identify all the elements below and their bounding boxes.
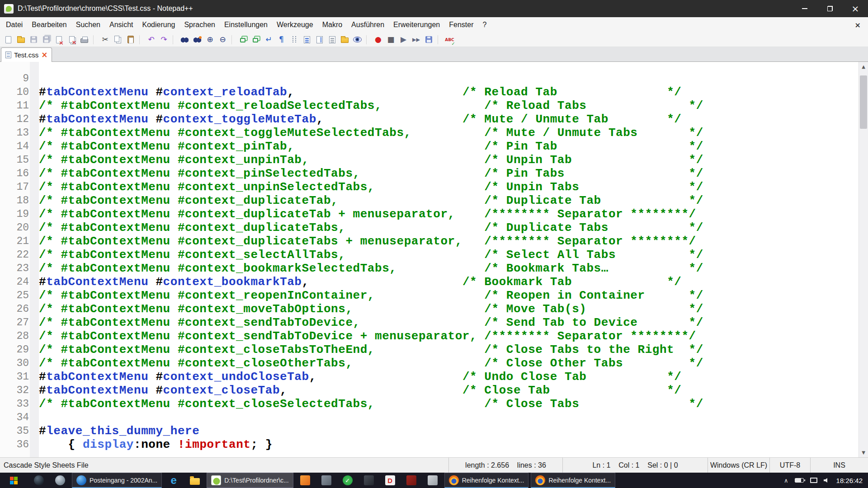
editor-line[interactable]: 10#tabContextMenu #context_reloadTab, /*… <box>0 85 859 99</box>
tray-expand-icon[interactable]: ∧ <box>784 477 788 484</box>
line-number[interactable]: 11 <box>0 99 29 113</box>
editor-line[interactable]: 30/* #tabContextMenu #context_closeOther… <box>0 357 859 370</box>
line-number[interactable]: 29 <box>0 343 29 357</box>
line-number[interactable]: 33 <box>0 397 29 411</box>
menu-item-suchen[interactable]: Suchen <box>71 17 105 33</box>
line-number[interactable]: 16 <box>0 167 29 180</box>
menubar-close-icon[interactable]: × <box>848 21 868 29</box>
play-macro-icon[interactable]: ▶ <box>397 34 410 46</box>
tab-close-icon[interactable]: × <box>41 51 47 59</box>
open-folder-icon[interactable] <box>15 34 27 46</box>
orange-app-icon-button[interactable] <box>296 473 315 488</box>
editor-line[interactable]: 9 <box>0 72 859 85</box>
green-check-app-icon-button[interactable] <box>338 473 357 488</box>
menu-item-erweiterungen[interactable]: Erweiterungen <box>389 17 444 33</box>
line-number[interactable]: 12 <box>0 113 29 126</box>
editor[interactable]: 910#tabContextMenu #context_reloadTab, /… <box>0 62 868 457</box>
thunderbird-window-button[interactable]: Posteingang - 2002An... <box>72 473 162 488</box>
line-number[interactable]: 22 <box>0 248 29 262</box>
save-macro-icon[interactable] <box>423 34 435 46</box>
editor-line[interactable]: 31#tabContextMenu #context_undoCloseTab,… <box>0 370 859 384</box>
status-encoding[interactable]: UTF-8 <box>770 458 811 473</box>
letter-d-app-icon-button[interactable]: D <box>381 473 400 488</box>
line-number[interactable]: 27 <box>0 316 29 329</box>
cut-icon[interactable]: ✂ <box>99 34 111 46</box>
menu-item-kodierung[interactable]: Kodierung <box>137 17 179 33</box>
volume-icon[interactable] <box>824 478 830 483</box>
line-number[interactable]: 28 <box>0 329 29 343</box>
line-number[interactable]: 36 <box>0 438 29 451</box>
firefox-window-button-2[interactable]: Reihenfolge Kontext... <box>531 473 615 488</box>
line-number[interactable]: 23 <box>0 262 29 275</box>
line-number[interactable]: 18 <box>0 194 29 207</box>
editor-line[interactable]: 12#tabContextMenu #context_toggleMuteTab… <box>0 113 859 126</box>
line-number[interactable]: 14 <box>0 140 29 153</box>
title-bar[interactable]: D:\Test\Profilordner\chrome\CSS\Test.css… <box>0 0 868 17</box>
scroll-up-icon[interactable]: ▲ <box>859 62 868 71</box>
word-wrap-icon[interactable]: ↵ <box>263 34 275 46</box>
save-all-icon[interactable] <box>40 34 52 46</box>
document-map-icon[interactable] <box>313 34 326 46</box>
print-icon[interactable] <box>78 34 90 46</box>
editor-line[interactable]: 22/* #tabContextMenu #context_selectAllT… <box>0 248 859 262</box>
line-number[interactable]: 24 <box>0 275 29 289</box>
battery-icon[interactable] <box>795 478 804 483</box>
editor-line[interactable]: 13/* #tabContextMenu #context_toggleMute… <box>0 126 859 140</box>
menu-item-datei[interactable]: Datei <box>1 17 27 33</box>
cortana-icon-button[interactable] <box>29 473 48 488</box>
vertical-scrollbar[interactable]: ▲ ▼ <box>859 62 868 457</box>
notepad-plus-plus-window-button[interactable]: D:\Test\Profilordner\c... <box>207 473 293 488</box>
folder-as-workspace-icon[interactable] <box>339 34 351 46</box>
menu-item-sprachen[interactable]: Sprachen <box>179 17 220 33</box>
line-number[interactable]: 17 <box>0 180 29 194</box>
editor-line[interactable]: 15/* #tabContextMenu #context_unpinTab, … <box>0 153 859 167</box>
network-icon[interactable] <box>810 478 817 483</box>
editor-line[interactable]: 24#tabContextMenu #context_bookmarkTab, … <box>0 275 859 289</box>
editor-line[interactable]: 18/* #tabContextMenu #context_duplicateT… <box>0 194 859 207</box>
paste-icon[interactable] <box>124 34 137 46</box>
line-number[interactable]: 35 <box>0 424 29 438</box>
line-number[interactable]: 10 <box>0 85 29 99</box>
editor-line[interactable]: 35#leave_this_dummy_here <box>0 424 859 438</box>
line-number[interactable]: 32 <box>0 384 29 397</box>
line-number[interactable]: 13 <box>0 126 29 140</box>
function-list-icon[interactable] <box>301 34 313 46</box>
gray-app-icon-button[interactable] <box>317 473 336 488</box>
firefox-window-button-1[interactable]: Reihenfolge Kontext... <box>444 473 529 488</box>
editor-line[interactable]: 34 <box>0 411 859 424</box>
zoom-in-icon[interactable]: ⊕ <box>204 34 216 46</box>
new-file-icon[interactable] <box>2 34 14 46</box>
stop-macro-icon[interactable]: ■ <box>385 34 397 46</box>
line-number[interactable]: 21 <box>0 235 29 248</box>
editor-line[interactable]: 19/* #tabContextMenu #context_duplicateT… <box>0 207 859 221</box>
editor-line[interactable]: 11/* #tabContextMenu #context_reloadSele… <box>0 99 859 113</box>
scroll-down-icon[interactable]: ▼ <box>859 448 868 457</box>
dark-app-icon-button[interactable] <box>359 473 378 488</box>
status-caret-position[interactable]: Ln : 1 Col : 1 Sel : 0 | 0 <box>563 458 708 473</box>
menu-item-help[interactable]: ? <box>478 17 491 33</box>
redo-icon[interactable]: ↷ <box>158 34 170 46</box>
editor-line[interactable]: 36 { display:none !important; } <box>0 438 859 451</box>
editor-line[interactable]: 33/* #tabContextMenu #context_closeSelec… <box>0 397 859 411</box>
editor-line[interactable]: 29/* #tabContextMenu #context_closeTabsT… <box>0 343 859 357</box>
line-number[interactable]: 20 <box>0 221 29 235</box>
monitoring-icon[interactable] <box>351 34 363 46</box>
restore-button[interactable] <box>817 0 843 17</box>
close-document-icon[interactable] <box>53 34 65 46</box>
run-macro-multiple-icon[interactable]: ▸▸ <box>410 34 422 46</box>
menu-item-ausfhren[interactable]: Ausführen <box>347 17 389 33</box>
line-number[interactable]: 15 <box>0 153 29 167</box>
document-list-icon[interactable] <box>326 34 338 46</box>
gray-app-icon-2-button[interactable] <box>423 473 442 488</box>
editor-line[interactable]: 23/* #tabContextMenu #context_bookmarkSe… <box>0 262 859 275</box>
menu-item-ansicht[interactable]: Ansicht <box>105 17 137 33</box>
line-number[interactable]: 34 <box>0 411 29 424</box>
close-button[interactable]: × <box>843 0 868 17</box>
line-number[interactable]: 25 <box>0 289 29 302</box>
maroon-app-icon-button[interactable] <box>402 473 421 488</box>
editor-line[interactable]: 21/* #tabContextMenu #context_duplicateT… <box>0 235 859 248</box>
editor-line[interactable]: 28/* #tabContextMenu #context_sendTabToD… <box>0 329 859 343</box>
status-eol-format[interactable]: Windows (CR LF) <box>708 458 770 473</box>
line-number[interactable]: 26 <box>0 302 29 316</box>
clock[interactable]: 18:26:42 <box>836 477 863 484</box>
